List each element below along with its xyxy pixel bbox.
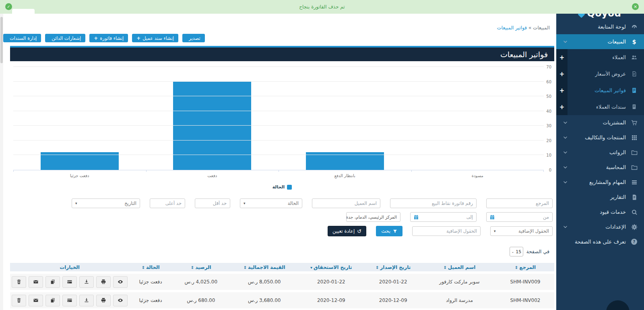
add-receipt-plus-icon[interactable]: + [556,99,568,115]
sidebar-item-tasks-projects[interactable]: المهام والمشاريع [556,175,644,190]
sidebar-item-settings[interactable]: الإعدادات [556,219,644,234]
header-reference[interactable]: المرجع⇕ [496,263,554,271]
eye-icon [118,279,123,285]
header-issue-date[interactable]: تاريخ الإصدار⇕ [364,263,423,271]
chart-gridline [13,125,544,126]
per-page-row: في الصفحة 15 ⌄ [10,240,554,256]
envelope-icon [33,298,39,303]
credit-notes-button[interactable]: إشعارات الدائن [45,34,85,42]
status-badge: دفعت جزئيا [129,274,172,290]
chart-yaxis: 010203040506070 [544,67,553,170]
manage-receipts-button[interactable]: إدارة السندات [3,34,41,42]
export-button[interactable]: تصدير [182,34,205,42]
add-quote-plus-icon[interactable]: + [556,66,568,82]
pos-invoice-number-input[interactable] [390,198,477,208]
header-status[interactable]: الحالة⇕ [129,263,172,271]
sidebar-item-purchases[interactable]: المشتريات [556,115,644,130]
action-trash-button[interactable] [12,276,26,288]
breadcrumb-separator: » [528,25,531,31]
receipt-icon [631,103,638,110]
action-download-button[interactable] [79,295,94,306]
notification-close-icon[interactable]: × [632,3,639,10]
sidebar-item-payroll[interactable]: الرواتب [556,145,644,160]
chart-plot [13,67,544,170]
header-balance[interactable]: الرصيد⇕ [172,263,230,271]
cell-customer: مدرسة الرواد [423,292,496,308]
customer-name-input[interactable] [312,198,380,208]
max-amount-input[interactable] [150,198,185,208]
location-multiselect[interactable]: المركز الرئيسي، الدمام، جدة، أبها... [346,212,400,222]
date-type-select[interactable]: التاريخ▾ [72,198,140,208]
sidebar-item-sales-invoices[interactable]: + فواتير المبيعات [556,82,644,99]
chart-legend[interactable]: الحالة [10,184,554,190]
action-envelope-button[interactable] [29,276,43,288]
envelope-icon [33,279,39,285]
calendar-icon[interactable] [487,213,497,221]
reset-button[interactable]: ↺ إعادة تعيين [328,226,366,236]
cell-issue-date: 2020-12-09 [364,292,423,308]
header-customer-name[interactable]: اسم العميل⇕ [423,263,496,271]
action-credit-card-button[interactable] [62,276,77,288]
y-axis-tick-label: 0 [549,168,551,172]
action-trash-button[interactable] [12,295,26,306]
funnel-icon [393,229,397,234]
sidebar-item-accounting[interactable]: المحاسبة [556,160,644,175]
sidebar-item-customers[interactable]: + العملاء [556,49,644,66]
dollar-icon: $ [631,38,638,45]
breadcrumb-parent[interactable]: المبيعات [533,25,550,31]
create-invoice-button[interactable]: إنشاء فاتورة+ [89,34,128,42]
chevron-down-icon [563,135,568,140]
sidebar-item-qoyod-services[interactable]: خدمات قيود [556,205,644,219]
sidebar-item-reports[interactable]: التقارير [556,190,644,205]
sidebar-item-dashboard[interactable]: لوحة المتابعة [556,19,644,34]
action-printer-button[interactable] [96,276,111,288]
cell-reference: SHM-INV002 [496,292,554,308]
sidebar-item-sales[interactable]: $ المبيعات [556,34,644,49]
notification-message: تم حذف الفاتورة بنجاح [0,4,644,10]
chat-widget-button[interactable] [606,300,630,310]
action-printer-button[interactable] [96,295,111,306]
quotes-icon [631,70,638,77]
sidebar-item-page-help[interactable]: ? تعرف على هذه الصفحة [556,234,644,249]
per-page-select[interactable]: 15 ⌄ [510,247,523,256]
status-select[interactable]: الحالة▾ [240,198,302,208]
header-total-amount[interactable]: القيمة الاجمالية⇕ [230,263,299,271]
main-content: المبيعات » فواتير المبيعات تصدير إنشاء س… [0,0,556,310]
extra-fields-select[interactable]: الحقول الإضافية▾ [490,226,553,236]
chart-gridline [13,96,544,96]
x-axis-tick [146,170,147,172]
action-download-button[interactable] [79,276,94,288]
reference-input[interactable] [486,198,553,208]
status-badge: دفعت جزئيا [129,292,172,308]
search-button[interactable]: بحث [376,226,402,236]
scrollbar-thumb[interactable] [0,17,3,63]
customers-icon [631,54,638,61]
page-scrollbar[interactable] [0,14,3,310]
extra-fields-input[interactable] [412,226,481,236]
qoyod-services-icon [631,209,638,215]
caret-down-icon: ▾ [244,201,246,205]
plus-icon: + [136,35,140,41]
cell-total: 3,680.00 ر.س [230,292,299,308]
action-copy-button[interactable] [45,276,60,288]
create-customer-receipt-button[interactable]: إنشاء سند عميل+ [132,34,178,42]
min-amount-input[interactable] [195,198,230,208]
action-envelope-button[interactable] [29,295,43,306]
sidebar-item-quotes[interactable]: + عروض الأسعار [556,66,644,82]
header-due-date[interactable]: تاريخ الاستحقاق▾ [299,263,363,271]
action-eye-button[interactable] [113,276,128,288]
add-invoice-plus-icon[interactable]: + [556,82,568,99]
x-axis-tick [279,170,279,172]
action-eye-button[interactable] [113,295,128,306]
calendar-icon[interactable] [411,213,421,221]
action-credit-card-button[interactable] [62,295,77,306]
sort-icon: ⇕ [142,265,145,270]
x-axis-category-label: دفعت [146,174,279,178]
credit-card-icon [67,298,72,303]
trash-icon [16,279,22,285]
sidebar-item-customer-receipts[interactable]: + سندات العملاء [556,99,644,115]
add-customer-plus-icon[interactable]: + [556,49,568,66]
action-copy-button[interactable] [45,295,60,306]
sidebar-item-products-costs[interactable]: المنتجات والتكاليف [556,130,644,145]
y-axis-tick-label: 70 [546,65,551,69]
